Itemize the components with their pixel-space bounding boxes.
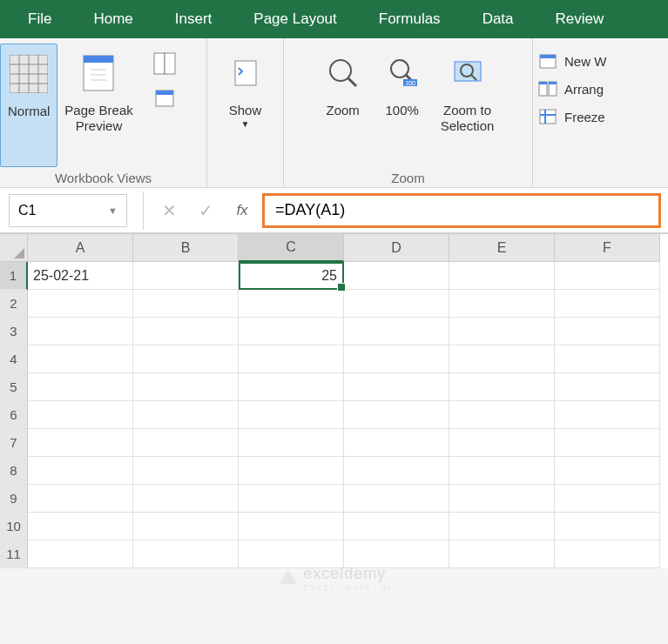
show-button[interactable]: Show ▼ [218, 44, 273, 167]
cell-E9[interactable] [449, 485, 555, 513]
name-box[interactable]: C1 ▼ [9, 194, 127, 227]
row-header-9[interactable]: 9 [0, 485, 28, 513]
cell-B10[interactable] [133, 513, 239, 540]
row-header-1[interactable]: 1 [0, 262, 28, 290]
tab-formulas[interactable]: Formulas [358, 0, 462, 38]
cell-A4[interactable] [28, 345, 133, 373]
row-header-6[interactable]: 6 [0, 401, 28, 429]
cell-F3[interactable] [555, 318, 660, 345]
cell-E2[interactable] [449, 290, 555, 318]
cell-D4[interactable] [344, 345, 449, 373]
enter-button[interactable]: ✓ [187, 194, 224, 227]
cell-C1[interactable]: 25 [239, 262, 344, 290]
cell-C10[interactable] [239, 513, 344, 540]
cell-B6[interactable] [133, 401, 239, 429]
cell-B1[interactable] [133, 262, 239, 290]
cell-E3[interactable] [449, 318, 555, 345]
cell-F11[interactable] [555, 540, 660, 568]
tab-review[interactable]: Review [535, 0, 625, 38]
row-header-5[interactable]: 5 [0, 373, 28, 401]
cell-B9[interactable] [133, 485, 239, 513]
tab-file[interactable]: File [7, 0, 72, 38]
formula-input[interactable]: =DAY(A1) [262, 193, 661, 228]
row-header-10[interactable]: 10 [0, 513, 28, 540]
cell-B2[interactable] [133, 290, 239, 318]
cell-C6[interactable] [239, 401, 344, 429]
freeze-panes-button[interactable]: Freeze [538, 108, 663, 125]
row-header-8[interactable]: 8 [0, 457, 28, 485]
cell-E7[interactable] [449, 429, 555, 457]
cell-F10[interactable] [555, 513, 660, 540]
cell-E4[interactable] [449, 345, 555, 373]
row-header-4[interactable]: 4 [0, 345, 28, 373]
cell-E11[interactable] [449, 540, 555, 568]
cell-C2[interactable] [239, 290, 344, 318]
col-header-d[interactable]: D [344, 234, 449, 262]
row-header-3[interactable]: 3 [0, 318, 28, 345]
select-all-button[interactable] [0, 234, 28, 262]
cell-C7[interactable] [239, 429, 344, 457]
cell-D5[interactable] [344, 373, 449, 401]
normal-view-button[interactable]: Normal [0, 44, 57, 167]
col-header-b[interactable]: B [133, 234, 239, 262]
cancel-button[interactable]: ✕ [151, 194, 187, 227]
insert-function-button[interactable]: fx [224, 194, 260, 227]
cell-F8[interactable] [555, 457, 660, 485]
cell-D9[interactable] [344, 485, 449, 513]
cell-B8[interactable] [133, 457, 239, 485]
arrange-all-button[interactable]: Arrang [538, 80, 663, 97]
col-header-e[interactable]: E [449, 234, 555, 262]
cell-F7[interactable] [555, 429, 660, 457]
cell-B3[interactable] [133, 318, 239, 345]
cell-A3[interactable] [28, 318, 133, 345]
cell-B4[interactable] [133, 345, 239, 373]
custom-views-button[interactable] [144, 82, 186, 115]
row-header-11[interactable]: 11 [0, 540, 28, 568]
cell-E5[interactable] [449, 373, 555, 401]
cell-A1[interactable]: 25-02-21 [28, 262, 133, 290]
row-header-2[interactable]: 2 [0, 290, 28, 318]
cell-F5[interactable] [555, 373, 660, 401]
cell-E10[interactable] [449, 513, 555, 540]
cell-D8[interactable] [344, 457, 449, 485]
tab-page-layout[interactable]: Page Layout [233, 0, 357, 38]
cell-A6[interactable] [28, 401, 133, 429]
cell-A9[interactable] [28, 485, 133, 513]
cell-C9[interactable] [239, 485, 344, 513]
cell-F4[interactable] [555, 345, 660, 373]
zoom-to-selection-button[interactable]: Zoom to Selection [434, 44, 502, 167]
zoom-100-button[interactable]: 100 100% [374, 44, 430, 167]
cell-F1[interactable] [555, 262, 660, 290]
cell-A5[interactable] [28, 373, 133, 401]
cell-A11[interactable] [28, 540, 133, 568]
cell-E6[interactable] [449, 401, 555, 429]
cell-A7[interactable] [28, 429, 133, 457]
row-header-7[interactable]: 7 [0, 429, 28, 457]
cell-A8[interactable] [28, 457, 133, 485]
cell-F2[interactable] [555, 290, 660, 318]
col-header-a[interactable]: A [28, 234, 133, 262]
tab-insert[interactable]: Insert [154, 0, 233, 38]
cell-D6[interactable] [344, 401, 449, 429]
cell-F9[interactable] [555, 485, 660, 513]
cell-C5[interactable] [239, 373, 344, 401]
cell-E8[interactable] [449, 457, 555, 485]
page-break-preview-button[interactable]: Page Break Preview [57, 44, 139, 167]
cell-D3[interactable] [344, 318, 449, 345]
tab-data[interactable]: Data [462, 0, 535, 38]
col-header-f[interactable]: F [555, 234, 660, 262]
cell-C8[interactable] [239, 457, 344, 485]
tab-home[interactable]: Home [72, 0, 153, 38]
cell-E1[interactable] [449, 262, 555, 290]
cell-D10[interactable] [344, 513, 449, 540]
new-window-button[interactable]: New W [538, 52, 663, 70]
cell-D1[interactable] [344, 262, 449, 290]
cell-B5[interactable] [133, 373, 239, 401]
cell-A2[interactable] [28, 290, 133, 318]
cell-D7[interactable] [344, 429, 449, 457]
cell-C3[interactable] [239, 318, 344, 345]
zoom-button[interactable]: Zoom [315, 44, 371, 167]
cell-D2[interactable] [344, 290, 449, 318]
cell-A10[interactable] [28, 513, 133, 540]
col-header-c[interactable]: C [239, 234, 344, 262]
